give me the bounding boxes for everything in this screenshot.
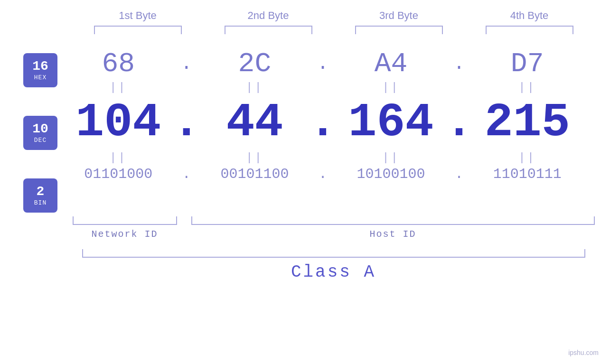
dec-byte-2: 44 xyxy=(202,96,307,149)
hex-badge: 16 HEX xyxy=(23,53,57,87)
dec-dot-3: . xyxy=(452,96,466,149)
network-host-section: Network ID Host ID xyxy=(73,216,595,240)
host-bracket xyxy=(191,216,595,225)
bracket-top-4 xyxy=(486,26,573,34)
class-label: Class A xyxy=(291,262,376,282)
equals-6: || xyxy=(202,151,307,164)
equals-4: || xyxy=(475,81,580,94)
class-section: Class A xyxy=(73,249,595,282)
equals-3: || xyxy=(339,81,443,94)
hex-row: 68 . 2C . A4 . D7 xyxy=(62,48,584,79)
bracket-top-2 xyxy=(225,26,312,34)
equals-row-1: || || || || xyxy=(62,81,584,94)
dec-byte-1: 104 xyxy=(66,96,170,149)
id-labels-row: Network ID Host ID xyxy=(73,229,595,240)
byte-label-4: 4th Byte xyxy=(482,9,577,22)
bin-badge: 2 BIN xyxy=(23,178,57,213)
bin-dot-2: . xyxy=(316,166,330,182)
equals-2: || xyxy=(202,81,307,94)
hex-byte-3: A4 xyxy=(339,48,443,79)
bracket-top-3 xyxy=(355,26,443,34)
watermark: ipshu.com xyxy=(568,349,599,356)
class-label-container: Class A xyxy=(73,262,595,282)
dec-row: 104 . 44 . 164 . 215 xyxy=(62,96,584,149)
hex-byte-1: 68 xyxy=(66,48,170,79)
bin-byte-4: 11010111 xyxy=(475,166,580,182)
hex-dot-2: . xyxy=(316,53,330,75)
equals-5: || xyxy=(66,151,170,164)
dec-byte-4: 215 xyxy=(475,96,580,149)
host-id-label: Host ID xyxy=(191,229,595,240)
equals-1: || xyxy=(66,81,170,94)
byte-labels-row: 1st Byte 2nd Byte 3rd Byte 4th Byte xyxy=(73,9,595,22)
badges-column: 16 HEX 10 DEC 2 BIN xyxy=(0,48,62,213)
hex-dot-3: . xyxy=(452,53,466,75)
hex-dot-1: . xyxy=(179,53,194,75)
dec-badge: 10 DEC xyxy=(23,116,57,150)
main-container: 1st Byte 2nd Byte 3rd Byte 4th Byte 16 H… xyxy=(0,0,610,364)
network-id-label: Network ID xyxy=(73,229,177,240)
byte-label-1: 1st Byte xyxy=(90,9,185,22)
bin-dot-1: . xyxy=(179,166,194,182)
brackets-top-row xyxy=(73,26,595,34)
dec-byte-3: 164 xyxy=(339,96,443,149)
values-grid: 68 . 2C . A4 . D7 || || xyxy=(62,48,610,182)
bin-byte-3: 10100100 xyxy=(339,166,443,182)
byte-label-3: 3rd Byte xyxy=(351,9,446,22)
bin-dot-3: . xyxy=(452,166,466,182)
bin-row: 01101000 . 00101100 . 10100100 . 1101011… xyxy=(62,166,584,182)
class-bracket xyxy=(82,249,585,258)
equals-row-2: || || || || xyxy=(62,151,584,164)
content-area: 16 HEX 10 DEC 2 BIN 68 . 2C xyxy=(0,48,610,213)
bracket-top-1 xyxy=(94,26,182,34)
equals-7: || xyxy=(339,151,443,164)
hex-byte-4: D7 xyxy=(475,48,580,79)
equals-8: || xyxy=(475,151,580,164)
bin-byte-2: 00101100 xyxy=(202,166,307,182)
bottom-brackets xyxy=(73,216,595,225)
dec-dot-1: . xyxy=(179,96,194,149)
dec-dot-2: . xyxy=(316,96,330,149)
hex-byte-2: 2C xyxy=(202,48,307,79)
byte-label-2: 2nd Byte xyxy=(221,9,316,22)
bin-byte-1: 01101000 xyxy=(66,166,170,182)
network-bracket xyxy=(73,216,177,225)
